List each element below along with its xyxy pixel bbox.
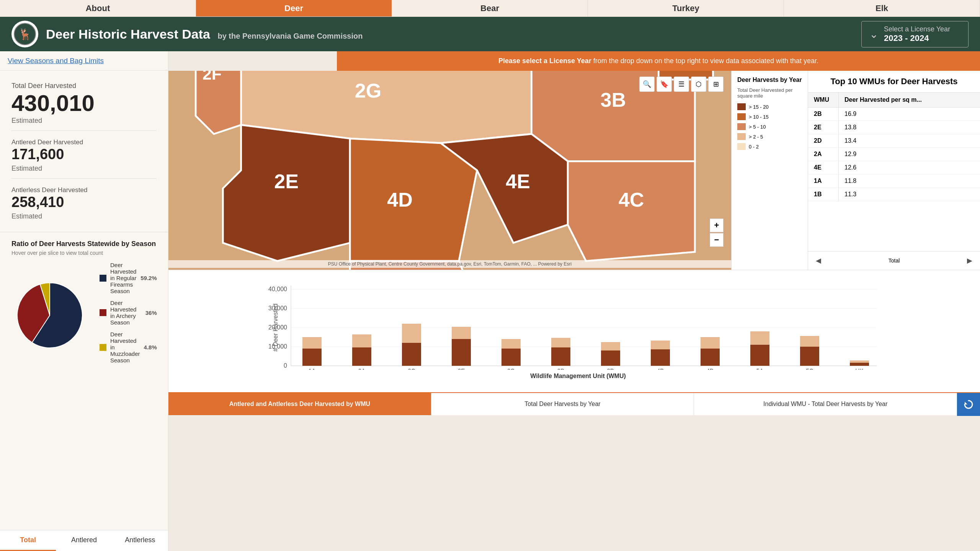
svg-rect-25	[302, 337, 322, 349]
svg-text:4D: 4D	[387, 189, 413, 211]
title-main: Deer Historic Harvest Data	[46, 27, 210, 41]
agency-logo: 🦌	[11, 21, 38, 47]
firearms-color-swatch	[100, 275, 106, 282]
pie-chart[interactable]	[11, 277, 88, 354]
legend-entry-5: 0 - 2	[737, 143, 802, 150]
total-deer-label: Total Deer Harvested	[11, 82, 157, 90]
table-nav-label: Total	[889, 258, 900, 264]
muzzle-color-swatch	[100, 344, 106, 351]
svg-marker-60	[965, 402, 967, 404]
pie-chart-title: Ratio of Deer Harvests Statewide by Seas…	[11, 240, 157, 248]
svg-text:5C: 5C	[806, 367, 813, 370]
firearms-legend-label: Deer Harvested in Regular Firearms Seaso…	[110, 262, 137, 294]
svg-text:2G: 2G	[355, 80, 382, 102]
nav-about[interactable]: About	[0, 0, 196, 16]
table-row: 2E13.8	[808, 121, 980, 134]
table-cell-wmu: 2E	[808, 121, 839, 134]
svg-text:4B: 4B	[657, 367, 664, 370]
zoom-in-btn[interactable]: +	[710, 218, 724, 232]
legend-entry-4: > 2 - 5	[737, 133, 802, 140]
refresh-button[interactable]	[957, 393, 980, 416]
svg-text:🦌: 🦌	[18, 28, 32, 41]
legend-subtitle: Total Deer Harvested per square mile	[737, 87, 802, 99]
title-sub: by the Pennsylvania Game Commission	[217, 32, 363, 40]
stats-panel: Total Deer Harvested 430,010 Estimated A…	[0, 70, 168, 232]
tab-antlerless[interactable]: Antlerless	[112, 530, 168, 551]
svg-text:2E: 2E	[458, 367, 465, 370]
map-area: 2G 3B 2F 2E 4D 4E 4C 4B 3C 🔍 🔖 ☰ ⬡ ⊞	[168, 71, 731, 270]
bar-chart-area: 0 10,000 20,000 30,000 40,000 # Deer Har…	[168, 270, 980, 392]
svg-rect-24	[302, 349, 322, 366]
muzzle-legend-pct: 4.8%	[144, 344, 157, 350]
table-prev-btn[interactable]: ◀	[814, 254, 823, 267]
tab-individual-wmu[interactable]: Individual WMU - Total Deer Harvests by …	[694, 393, 957, 415]
total-estimated-label: Estimated	[11, 117, 157, 125]
tab-antlered[interactable]: Antlered	[56, 530, 112, 551]
map-bookmark-btn[interactable]: 🔖	[657, 77, 672, 92]
tab-total[interactable]: Total	[0, 530, 56, 551]
table-next-btn[interactable]: ▶	[965, 254, 974, 267]
nav-bear[interactable]: Bear	[392, 0, 588, 16]
map-zoom-controls: + −	[710, 218, 724, 247]
table-row: 1B11.3	[808, 188, 980, 201]
license-year-selector[interactable]: ⌄ Select a License Year 2023 - 2024	[861, 21, 969, 47]
total-deer-value: 430,010	[11, 92, 157, 115]
svg-text:UK: UK	[856, 367, 864, 370]
legend-title: Deer Harvests by Year	[737, 77, 802, 83]
legend-swatch-5	[737, 143, 746, 150]
table-cell-value: 12.6	[839, 161, 980, 174]
svg-rect-43	[601, 342, 620, 350]
legend-swatch-3	[737, 123, 746, 130]
svg-rect-45	[651, 349, 670, 366]
svg-rect-54	[800, 347, 819, 366]
tab-year-chart[interactable]: Total Deer Harvests by Year	[431, 393, 694, 415]
page-header: 🦌 Deer Historic Harvest Data by the Penn…	[0, 17, 980, 51]
svg-rect-48	[701, 349, 720, 366]
tab-wmu-chart[interactable]: Antlered and Antlerless Deer Harvested b…	[168, 393, 431, 415]
table-cell-value: 11.3	[839, 188, 980, 201]
nav-turkey[interactable]: Turkey	[588, 0, 784, 16]
antlered-estimated: Estimated	[11, 165, 157, 173]
svg-rect-31	[402, 324, 421, 343]
map-layers-btn[interactable]: ⬡	[691, 77, 706, 92]
antlerless-estimated: Estimated	[11, 212, 157, 220]
legend-item-muzzle: Deer Harvested in Muzzloader Season 4.8%	[100, 331, 157, 364]
svg-rect-58	[850, 360, 869, 363]
header-title-group: Deer Historic Harvest Data by the Pennsy…	[46, 27, 861, 42]
left-sidebar: View Seasons and Bag Limits Total Deer H…	[0, 51, 168, 551]
table-cell-wmu: 2D	[808, 134, 839, 147]
zoom-out-btn[interactable]: −	[710, 233, 724, 247]
table-title: Top 10 WMUs for Deer Harvests	[808, 71, 980, 93]
nav-elk[interactable]: Elk	[784, 0, 980, 16]
table-nav: ◀ Total ▶	[808, 251, 980, 270]
svg-rect-36	[501, 349, 521, 366]
svg-text:40,000: 40,000	[268, 286, 287, 292]
svg-rect-57	[850, 363, 869, 366]
map-search-btn[interactable]: 🔍	[639, 77, 655, 92]
legend-label-5: 0 - 2	[749, 144, 759, 150]
antlered-label: Antlered Deer Harvested	[11, 139, 157, 146]
svg-rect-34	[452, 327, 471, 339]
table-cell-value: 12.9	[839, 148, 980, 161]
nav-deer[interactable]: Deer	[196, 0, 392, 16]
sidebar-tabs: Total Antlered Antlerless	[0, 530, 168, 551]
map-svg[interactable]: 2G 3B 2F 2E 4D 4E 4C 4B 3C	[168, 71, 731, 270]
view-seasons-link[interactable]: View Seasons and Bag Limits	[8, 57, 104, 65]
svg-text:3D: 3D	[607, 367, 614, 370]
svg-rect-28	[352, 334, 371, 347]
map-grid-btn[interactable]: ⊞	[708, 77, 724, 92]
legend-swatch-4	[737, 133, 746, 140]
svg-text:5A: 5A	[756, 367, 763, 370]
map-list-btn[interactable]: ☰	[674, 77, 689, 92]
license-value: 2023 - 2024	[884, 33, 950, 43]
center-content: Please select a License Year from the dr…	[168, 51, 980, 551]
svg-text:2G: 2G	[507, 367, 515, 370]
legend-entry-1: > 15 - 20	[737, 103, 802, 110]
pie-chart-subtitle: Hover over pie slice to view total count	[11, 250, 157, 256]
svg-rect-39	[551, 347, 570, 366]
map-attribution: PSU Office of Physical Plant, Centre Cou…	[168, 260, 731, 268]
table-row: 2B16.9	[808, 108, 980, 121]
info-banner: Please select a License Year from the dr…	[337, 51, 980, 71]
bar-chart-svg[interactable]: 0 10,000 20,000 30,000 40,000 # Deer Har…	[191, 278, 965, 370]
svg-text:3B: 3B	[557, 367, 564, 370]
